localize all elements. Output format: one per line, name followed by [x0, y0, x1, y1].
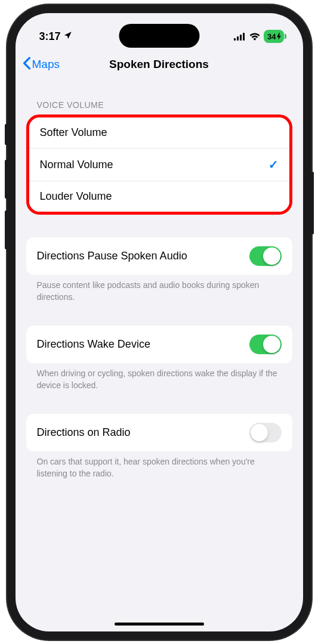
status-right: 34	[234, 30, 283, 43]
battery-icon: 34	[264, 30, 283, 43]
option-label: Softer Volume	[40, 126, 107, 139]
option-label: Louder Volume	[40, 190, 112, 203]
normal-volume-option[interactable]: Normal Volume ✓	[29, 148, 289, 181]
pause-audio-toggle[interactable]	[249, 246, 282, 266]
louder-volume-option[interactable]: Louder Volume	[29, 181, 289, 212]
pause-audio-footer: Pause content like podcasts and audio bo…	[26, 275, 292, 303]
voice-volume-group: Softer Volume Normal Volume ✓ Louder Vol…	[29, 117, 289, 212]
back-button[interactable]: Maps	[23, 57, 60, 73]
location-icon	[63, 30, 72, 43]
svg-rect-1	[237, 36, 239, 41]
radio-row[interactable]: Directions on Radio	[26, 414, 292, 451]
chevron-left-icon	[23, 57, 31, 73]
content: VOICE VOLUME Softer Volume Normal Volume…	[16, 80, 303, 480]
back-label: Maps	[32, 58, 60, 71]
status-left: 3:17	[39, 30, 72, 43]
pause-audio-row[interactable]: Directions Pause Spoken Audio	[26, 237, 292, 275]
volume-up-button	[5, 160, 7, 199]
radio-footer: On cars that support it, hear spoken dir…	[26, 451, 292, 479]
radio-group: Directions on Radio	[26, 414, 292, 451]
setting-label: Directions Pause Spoken Audio	[37, 250, 187, 262]
option-label: Normal Volume	[40, 159, 113, 171]
home-indicator[interactable]	[115, 623, 204, 626]
battery-percent: 34	[267, 32, 276, 41]
setting-label: Directions on Radio	[37, 426, 131, 439]
volume-down-button	[5, 210, 7, 249]
wake-device-group: Directions Wake Device	[26, 326, 292, 363]
svg-rect-2	[240, 35, 242, 41]
power-button	[311, 172, 314, 234]
nav-bar: Maps Spoken Directions	[16, 49, 303, 80]
softer-volume-option[interactable]: Softer Volume	[29, 117, 289, 148]
voice-volume-highlight: Softer Volume Normal Volume ✓ Louder Vol…	[26, 114, 292, 215]
status-time: 3:17	[39, 30, 61, 43]
checkmark-icon: ✓	[268, 157, 279, 172]
page-title: Spoken Directions	[109, 58, 209, 71]
cellular-icon	[234, 33, 246, 41]
wake-device-toggle[interactable]	[249, 335, 282, 354]
silent-switch	[5, 124, 7, 145]
setting-label: Directions Wake Device	[37, 338, 150, 351]
radio-toggle[interactable]	[249, 423, 282, 442]
wake-device-footer: When driving or cycling, spoken directio…	[26, 363, 292, 391]
dynamic-island	[119, 24, 199, 48]
svg-rect-0	[234, 38, 236, 41]
wifi-icon	[249, 33, 260, 41]
screen: 3:17 34	[16, 13, 303, 631]
pause-audio-group: Directions Pause Spoken Audio	[26, 237, 292, 275]
wake-device-row[interactable]: Directions Wake Device	[26, 326, 292, 363]
svg-rect-3	[243, 33, 245, 41]
voice-volume-header: VOICE VOLUME	[26, 93, 292, 114]
phone-frame: 3:17 34	[7, 5, 311, 640]
